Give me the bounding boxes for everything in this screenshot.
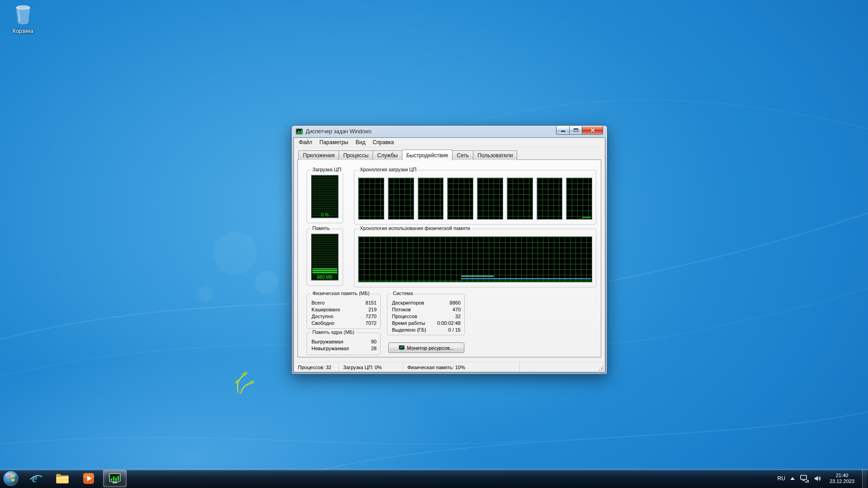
stat-row: Свободно7072 <box>307 320 380 327</box>
kernel-memory-group-title: Память ядра (МБ) <box>311 329 356 335</box>
taskbar: e <box>0 469 868 488</box>
memory-usage-history-line <box>461 278 591 279</box>
desktop: Корзина Диспетчер задач Windows Файл Пар… <box>0 0 868 488</box>
memory-usage-group-title: Память <box>311 225 331 231</box>
resize-grip[interactable] <box>598 365 604 371</box>
task-manager-taskbar-button[interactable] <box>103 470 127 487</box>
memory-usage-group: Память 880 МБ <box>307 229 343 286</box>
status-bar: Процессов: 32 Загрузка ЦП: 0% Физическая… <box>294 362 605 372</box>
file-explorer-button[interactable] <box>51 470 74 487</box>
resource-monitor-label: Монитор ресурсов... <box>407 345 454 351</box>
stat-row: Невыгружаемая28 <box>307 345 380 352</box>
cpu-core-graph-5 <box>477 178 503 220</box>
physical-memory-rows: Всего8151 Кэшировано219 Доступно7270 Сво… <box>307 300 380 327</box>
system-tray: RU 21:40 23.12.2023 <box>778 469 868 488</box>
close-icon <box>590 127 595 133</box>
menu-file[interactable]: Файл <box>295 138 316 146</box>
system-group: Система Дескрипторов8860 Потоков470 Проц… <box>387 294 465 335</box>
window-controls <box>556 126 603 135</box>
cpu-history-group-title: Хронология загрузки ЦП <box>358 167 418 172</box>
network-icon[interactable] <box>800 474 809 483</box>
memory-history-baseline <box>359 282 592 282</box>
system-rows: Дескрипторов8860 Потоков470 Процессов32 … <box>387 300 464 333</box>
stat-row: Кэшировано219 <box>307 306 380 313</box>
window-title: Диспетчер задач Windows <box>306 128 372 135</box>
task-manager-window: Диспетчер задач Windows Файл Параметры В… <box>292 126 607 374</box>
task-manager-icon <box>108 473 121 484</box>
show-hidden-icons-button[interactable] <box>790 477 795 480</box>
close-button[interactable] <box>582 126 603 135</box>
cpu-usage-group-title: Загрузка ЦП <box>311 167 343 172</box>
tab-network[interactable]: Сеть <box>452 150 473 160</box>
taskbar-clock[interactable]: 21:40 23.12.2023 <box>827 473 857 484</box>
recycle-bin-icon <box>13 4 33 25</box>
recycle-bin[interactable]: Корзина <box>5 4 41 34</box>
sprout-art <box>235 371 255 393</box>
physical-memory-group: Физическая память (МБ) Всего8151 Кэширов… <box>307 294 381 329</box>
minimize-button[interactable] <box>556 126 569 135</box>
physical-memory-group-title: Физическая память (МБ) <box>311 291 371 296</box>
status-memory: Физическая память: 10% <box>403 362 520 372</box>
menu-bar: Файл Параметры Вид Справка <box>294 138 605 147</box>
memory-history-group-title: Хронология использования физической памя… <box>358 225 472 231</box>
tab-strip: Приложения Процессы Службы Быстродействи… <box>298 149 601 160</box>
tab-processes[interactable]: Процессы <box>339 150 373 160</box>
media-player-button[interactable] <box>77 470 100 487</box>
clock-date: 23.12.2023 <box>830 479 854 484</box>
stat-row: Потоков470 <box>387 306 464 313</box>
cpu-usage-meter: 0 % <box>311 175 339 218</box>
system-group-title: Система <box>391 291 415 296</box>
cpu-core-graph-3 <box>418 178 444 220</box>
taskbar-apps: e <box>24 469 127 488</box>
show-desktop-button[interactable] <box>862 469 867 488</box>
stat-row: Дескрипторов8860 <box>387 300 464 306</box>
menu-help[interactable]: Справка <box>369 138 397 146</box>
status-empty <box>520 362 605 372</box>
windows-orb-icon <box>2 469 20 488</box>
cpu-core-graph-7 <box>537 178 563 220</box>
cpu-core-graph-1 <box>358 178 384 220</box>
cpu-history-group: Хронология загрузки ЦП <box>354 170 596 225</box>
tab-performance[interactable]: Быстродействие <box>402 150 453 160</box>
volume-icon[interactable] <box>814 474 822 483</box>
stat-row: Доступно7270 <box>307 313 380 320</box>
internet-explorer-button[interactable]: e <box>24 470 48 487</box>
cpu-history-graphs <box>358 178 592 220</box>
internet-explorer-icon: e <box>29 472 43 485</box>
stat-row: Процессов32 <box>387 313 464 320</box>
maximize-icon <box>574 128 578 132</box>
status-processes: Процессов: 32 <box>294 362 339 372</box>
kernel-memory-group: Память ядра (МБ) Выгружаемая90 Невыгружа… <box>307 333 381 355</box>
recycle-bin-label: Корзина <box>5 28 41 34</box>
clock-time: 21:40 <box>830 473 854 479</box>
memory-usage-value: 880 МБ <box>311 275 338 280</box>
window-client-area: Файл Параметры Вид Справка Приложения Пр… <box>293 137 605 372</box>
status-cpu: Загрузка ЦП: 0% <box>339 362 403 372</box>
cpu-usage-line <box>582 217 591 218</box>
menu-view[interactable]: Вид <box>352 138 369 146</box>
memory-usage-fill <box>312 268 337 274</box>
minimize-icon <box>561 131 565 132</box>
task-manager-app-icon <box>296 128 303 135</box>
cpu-core-graph-6 <box>507 178 533 220</box>
performance-tab-panel: Загрузка ЦП 0 % Хронология загрузки ЦП <box>297 160 601 357</box>
stat-row: Всего8151 <box>307 300 380 306</box>
language-indicator[interactable]: RU <box>778 475 785 482</box>
tab-services[interactable]: Службы <box>373 150 402 160</box>
tab-applications[interactable]: Приложения <box>298 150 339 160</box>
menu-options[interactable]: Параметры <box>316 138 352 146</box>
kernel-memory-rows: Выгружаемая90 Невыгружаемая28 <box>307 338 380 352</box>
memory-usage-meter: 880 МБ <box>311 234 339 281</box>
cpu-core-graph-4 <box>447 178 473 220</box>
stat-row: Выделено (ГБ)0 / 15 <box>387 327 464 333</box>
tab-users[interactable]: Пользователи <box>473 150 517 160</box>
folder-icon <box>55 473 70 484</box>
resource-monitor-button[interactable]: Монитор ресурсов... <box>388 343 464 353</box>
maximize-button[interactable] <box>569 126 582 135</box>
memory-history-group: Хронология использования физической памя… <box>354 229 596 287</box>
stat-row: Время работы0:00:02:48 <box>387 320 464 327</box>
start-button[interactable] <box>2 469 20 488</box>
memory-history-graph-zone <box>358 236 592 282</box>
cpu-core-graph-8 <box>566 178 592 220</box>
resource-monitor-icon <box>399 345 405 351</box>
